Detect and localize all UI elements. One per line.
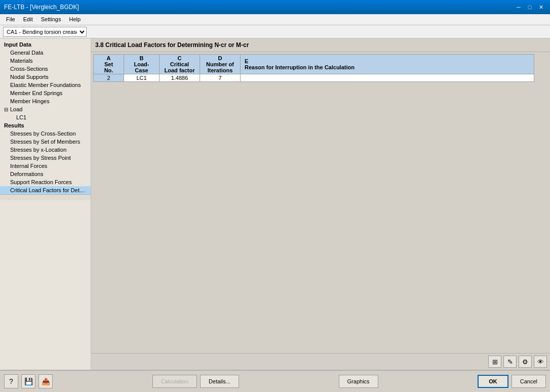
maximize-button[interactable]: □ xyxy=(525,3,535,12)
export-button[interactable]: 📤 xyxy=(38,374,53,388)
col-header-b: B Load- Case xyxy=(124,55,160,74)
menu-file[interactable]: File xyxy=(2,15,19,24)
sidebar-item-stresses-set-members[interactable]: Stresses by Set of Members xyxy=(0,138,91,146)
right-toolbar: ⊞ ✎ ⚙ 👁 xyxy=(91,353,550,370)
cell-load-case: LC1 xyxy=(124,74,160,82)
content-header-title: 3.8 Critical Load Factors for Determinin… xyxy=(91,38,550,52)
minimize-button[interactable]: ─ xyxy=(514,3,524,12)
sidebar-load-group[interactable]: ⊟ Load xyxy=(0,105,91,113)
sidebar-item-lc1[interactable]: LC1 xyxy=(0,113,91,121)
save-button[interactable]: 💾 xyxy=(21,374,35,388)
details-button[interactable]: Details... xyxy=(200,375,239,388)
col-header-a: A Set No. xyxy=(94,55,124,74)
sidebar-item-critical-load-factors[interactable]: Critical Load Factors for Determ... xyxy=(0,186,91,194)
menu-settings[interactable]: Settings xyxy=(37,15,65,24)
sidebar-scrollbar[interactable] xyxy=(0,194,91,200)
window-title: FE-LTB - [Vergleich_BGDK] xyxy=(4,4,79,11)
sidebar-item-general-data[interactable]: General Data xyxy=(0,49,91,57)
input-data-section: Input Data xyxy=(0,40,91,49)
data-table: A Set No. B Load- Case C Critical Lo xyxy=(93,54,534,82)
toolbar-export-btn[interactable]: ✎ xyxy=(503,356,517,368)
graphics-button[interactable]: Graphics xyxy=(339,375,378,388)
cell-iterations: 7 xyxy=(200,74,241,82)
sidebar-item-stresses-x-location[interactable]: Stresses by x-Location xyxy=(0,146,91,154)
ok-button[interactable]: OK xyxy=(478,375,508,388)
sidebar-item-materials[interactable]: Materials xyxy=(0,57,91,65)
sidebar-item-member-end-springs[interactable]: Member End Springs xyxy=(0,89,91,97)
results-section: Results xyxy=(0,121,91,129)
load-expand-icon: ⊟ xyxy=(4,107,8,112)
table-container: A Set No. B Load- Case C Critical Lo xyxy=(91,52,550,353)
toolbar-grid-btn[interactable]: ⊞ xyxy=(488,356,501,368)
dropdown-bar: CA1 - Bending torsion crease d xyxy=(0,25,550,38)
case-dropdown[interactable]: CA1 - Bending torsion crease d xyxy=(3,27,87,37)
sidebar-item-stresses-stress-point[interactable]: Stresses by Stress Point xyxy=(0,154,91,162)
cell-set-no: 2 xyxy=(94,74,124,82)
content-area: 3.8 Critical Load Factors for Determinin… xyxy=(91,38,550,370)
main-content: Input Data General Data Materials Cross-… xyxy=(0,38,550,370)
sidebar-item-elastic-member-foundations[interactable]: Elastic Member Foundations xyxy=(0,81,91,89)
sidebar-item-cross-sections[interactable]: Cross-Sections xyxy=(0,65,91,73)
bottom-bar: ? 💾 📤 Calculation Details... Graphics OK… xyxy=(0,370,550,392)
close-button[interactable]: ✕ xyxy=(536,3,546,12)
menu-help[interactable]: Help xyxy=(65,15,85,24)
cell-critical-load-factor: 1.4886 xyxy=(160,74,200,82)
sidebar-load-label: Load xyxy=(10,106,22,112)
sidebar-item-nodal-supports[interactable]: Nodal Supports xyxy=(0,73,91,81)
calculation-button: Calculation xyxy=(152,375,197,388)
col-header-d: D Number of Iterations xyxy=(200,55,241,74)
sidebar-item-member-hinges[interactable]: Member Hinges xyxy=(0,97,91,105)
toolbar-settings-btn[interactable]: ⚙ xyxy=(519,356,532,368)
sidebar-item-deformations[interactable]: Deformations xyxy=(0,170,91,178)
menu-bar: File Edit Settings Help xyxy=(0,14,550,25)
col-header-c: C Critical Load factor xyxy=(160,55,200,74)
help-button[interactable]: ? xyxy=(4,374,18,388)
menu-edit[interactable]: Edit xyxy=(19,15,37,24)
sidebar: Input Data General Data Materials Cross-… xyxy=(0,38,91,370)
sidebar-item-internal-forces[interactable]: Internal Forces xyxy=(0,162,91,170)
cell-reason xyxy=(241,74,534,82)
cancel-button[interactable]: Cancel xyxy=(512,375,546,388)
title-bar: FE-LTB - [Vergleich_BGDK] ─ □ ✕ xyxy=(0,0,550,14)
sidebar-item-stresses-cross-section[interactable]: Stresses by Cross-Section xyxy=(0,129,91,138)
col-header-e: E Reason for Interruption in the Calcula… xyxy=(241,55,534,74)
sidebar-item-support-reaction-forces[interactable]: Support Reaction Forces xyxy=(0,178,91,186)
window-controls: ─ □ ✕ xyxy=(514,3,546,12)
table-row[interactable]: 2 LC1 1.4886 7 xyxy=(94,74,534,82)
toolbar-view-btn[interactable]: 👁 xyxy=(534,356,547,368)
